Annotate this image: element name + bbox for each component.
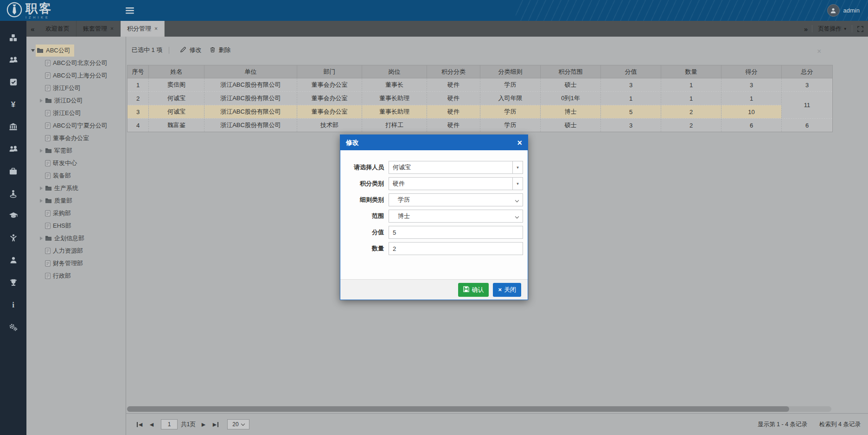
- team-icon[interactable]: [9, 55, 18, 64]
- tree-caret-icon[interactable]: [38, 237, 44, 240]
- column-header[interactable]: 姓名: [149, 65, 204, 78]
- cubes-icon[interactable]: [9, 33, 18, 42]
- panel-close-icon[interactable]: ×: [817, 48, 821, 55]
- tabs-scroll-left-icon[interactable]: «: [26, 21, 39, 37]
- folder-icon: [45, 147, 52, 154]
- tree-node[interactable]: 装备部: [26, 169, 126, 182]
- column-header[interactable]: 积分分类: [427, 65, 480, 78]
- column-header[interactable]: 积分范围: [541, 65, 601, 78]
- table-cell: 董事长: [362, 78, 427, 92]
- tree-node[interactable]: 行政部: [26, 269, 126, 282]
- tree-node[interactable]: 生产系统: [26, 182, 126, 194]
- tree-node[interactable]: 浙江D公司: [26, 94, 126, 107]
- text-input[interactable]: [393, 226, 519, 238]
- table-cell: 学历: [480, 105, 541, 119]
- combo-field[interactable]: 硬件 ▾: [389, 177, 523, 190]
- tree-caret-icon[interactable]: [38, 99, 44, 102]
- fullscreen-icon[interactable]: [852, 26, 868, 32]
- points-data-grid: 序号姓名单位部门岗位积分分类分类细则积分范围分值数量得分总分1窦倍阁浙江ABC股…: [127, 65, 833, 132]
- tree-node-label: 浙江E公司: [53, 109, 81, 117]
- tree-node[interactable]: 企划信息部: [26, 232, 126, 244]
- chevron-down-icon: ▾: [844, 26, 846, 31]
- tree-node[interactable]: ABC公司宁夏分公司: [26, 119, 126, 132]
- briefcase-icon[interactable]: [9, 166, 18, 176]
- tree-node[interactable]: 财务管理部: [26, 257, 126, 269]
- combo-field[interactable]: 何诚宝 ▾: [389, 161, 523, 174]
- gears-icon[interactable]: [9, 322, 18, 332]
- page-size-select[interactable]: 20: [227, 419, 249, 429]
- tree-node[interactable]: 人力资源部: [26, 244, 126, 257]
- tab-account[interactable]: 账套管理 ×: [77, 21, 121, 37]
- column-header[interactable]: 总分: [782, 65, 833, 78]
- tree-node[interactable]: ABC公司: [26, 44, 126, 57]
- bank-icon[interactable]: [9, 122, 18, 131]
- text-field: [389, 226, 523, 239]
- trophy-icon[interactable]: [9, 278, 18, 287]
- cheer-icon[interactable]: [9, 233, 18, 243]
- column-header[interactable]: 得分: [721, 65, 782, 78]
- combo-arrow-icon[interactable]: ▾: [512, 161, 523, 173]
- yen-icon[interactable]: ¥: [9, 100, 18, 109]
- folder-icon: [45, 235, 52, 241]
- user-menu[interactable]: admin: [827, 4, 860, 17]
- pager-last-button[interactable]: ▶: [211, 422, 220, 427]
- table-row[interactable]: 1窦倍阁浙江ABC股份有限公司董事会办公室董事长硬件学历硕士3133: [128, 78, 833, 92]
- tab-points[interactable]: 积分管理 ×: [121, 21, 165, 37]
- close-button[interactable]: × 关闭: [493, 283, 521, 297]
- chevron-down-icon: [515, 215, 519, 218]
- select-field[interactable]: 博士: [389, 210, 523, 223]
- page-number-input[interactable]: [161, 419, 178, 429]
- table-row[interactable]: 4魏富鉴浙江ABC股份有限公司技术部打样工硬件学历硕士3266: [128, 119, 833, 132]
- tree-caret-icon[interactable]: [30, 47, 36, 54]
- tab-close-icon[interactable]: ×: [110, 26, 114, 32]
- tree-caret-icon[interactable]: [38, 149, 44, 153]
- table-cell: 4: [128, 119, 149, 132]
- tree-node[interactable]: 董事会办公室: [26, 132, 126, 144]
- check-square-icon[interactable]: [9, 77, 18, 87]
- street-view-icon[interactable]: [9, 189, 18, 198]
- tree-caret-icon[interactable]: [38, 199, 44, 203]
- scrollbar-thumb[interactable]: [127, 406, 789, 412]
- pager-next-button[interactable]: ▶: [199, 422, 208, 427]
- table-row[interactable]: 2何诚宝浙江ABC股份有限公司董事会办公室董事长助理硬件入司年限0到1年1111…: [128, 92, 833, 105]
- table-row[interactable]: 3何诚宝浙江ABC股份有限公司董事会办公室董事长助理硬件学历博士5210: [128, 105, 833, 119]
- user-icon[interactable]: [9, 256, 18, 265]
- tabs-scroll-right-icon[interactable]: »: [799, 25, 812, 33]
- edit-button[interactable]: 修改: [176, 45, 205, 56]
- confirm-button[interactable]: 确认: [458, 283, 489, 297]
- pager-first-button[interactable]: ◀: [135, 422, 144, 427]
- column-header[interactable]: 单位: [204, 65, 297, 78]
- dialog-close-icon[interactable]: ×: [517, 139, 522, 147]
- column-header[interactable]: 分值: [601, 65, 661, 78]
- column-header[interactable]: 部门: [297, 65, 362, 78]
- column-header[interactable]: 序号: [128, 65, 149, 78]
- hamburger-menu-icon[interactable]: [122, 4, 138, 18]
- delete-button[interactable]: 删除: [205, 45, 235, 56]
- tree-node[interactable]: ABC公司上海分公司: [26, 69, 126, 82]
- column-header[interactable]: 分类细则: [480, 65, 541, 78]
- tree-node-label: 采购部: [53, 209, 71, 218]
- tree-node[interactable]: 研发中心: [26, 157, 126, 169]
- tree-node[interactable]: ABC公司北京分公司: [26, 57, 126, 69]
- tab-close-icon[interactable]: ×: [154, 26, 158, 32]
- tree-node[interactable]: 军需部: [26, 144, 126, 157]
- info-icon[interactable]: i: [9, 300, 18, 309]
- combo-arrow-icon[interactable]: ▾: [512, 178, 523, 190]
- tree-node[interactable]: 浙江E公司: [26, 107, 126, 119]
- pager-prev-button[interactable]: ◀: [147, 422, 156, 427]
- dialog-header[interactable]: 修改 ×: [340, 135, 528, 150]
- text-input[interactable]: [393, 243, 519, 255]
- graduation-cap-icon[interactable]: [9, 211, 18, 220]
- tab-actions-dropdown[interactable]: 页签操作 ▾: [812, 25, 852, 33]
- column-header[interactable]: 岗位: [362, 65, 427, 78]
- tab-welcome[interactable]: 欢迎首页: [39, 21, 77, 37]
- table-cell: 硕士: [541, 78, 601, 92]
- tree-node[interactable]: 浙江F公司: [26, 82, 126, 94]
- column-header[interactable]: 数量: [661, 65, 721, 78]
- tree-caret-icon[interactable]: [38, 186, 44, 190]
- select-field[interactable]: 学历: [389, 193, 523, 206]
- group-icon[interactable]: [9, 144, 18, 154]
- tree-node[interactable]: 质量部: [26, 194, 126, 207]
- tree-node[interactable]: 采购部: [26, 207, 126, 219]
- tree-node[interactable]: EHS部: [26, 219, 126, 232]
